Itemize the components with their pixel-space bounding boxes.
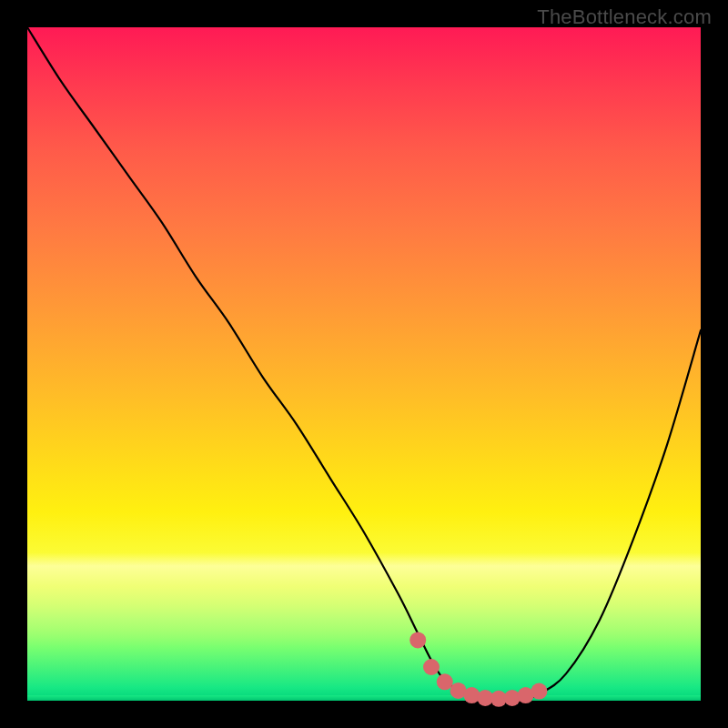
optimal-range-markers [410, 632, 547, 706]
watermark-text: TheBottleneck.com [537, 5, 712, 29]
marker-dot [423, 659, 440, 675]
marker-dot [410, 632, 426, 648]
chart-stage: TheBottleneck.com [0, 0, 728, 728]
bottleneck-curve-path [27, 27, 701, 702]
chart-svg [27, 27, 701, 701]
marker-dot [531, 683, 547, 700]
marker-dot [437, 673, 453, 690]
